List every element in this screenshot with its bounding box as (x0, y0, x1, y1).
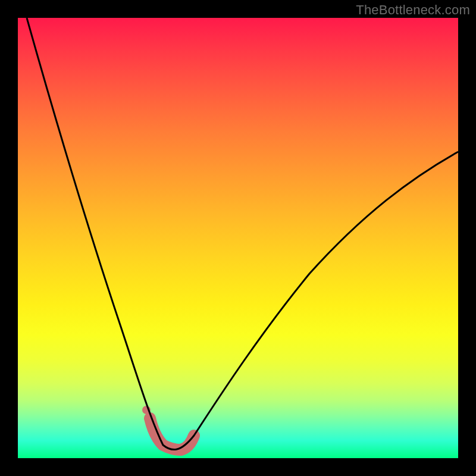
throat-highlight (150, 418, 194, 450)
chart-frame: TheBottleneck.com (0, 0, 476, 476)
plot-area (18, 18, 458, 458)
curve-layer (18, 18, 458, 458)
watermark-text: TheBottleneck.com (356, 2, 470, 18)
bottleneck-curve (27, 18, 458, 450)
